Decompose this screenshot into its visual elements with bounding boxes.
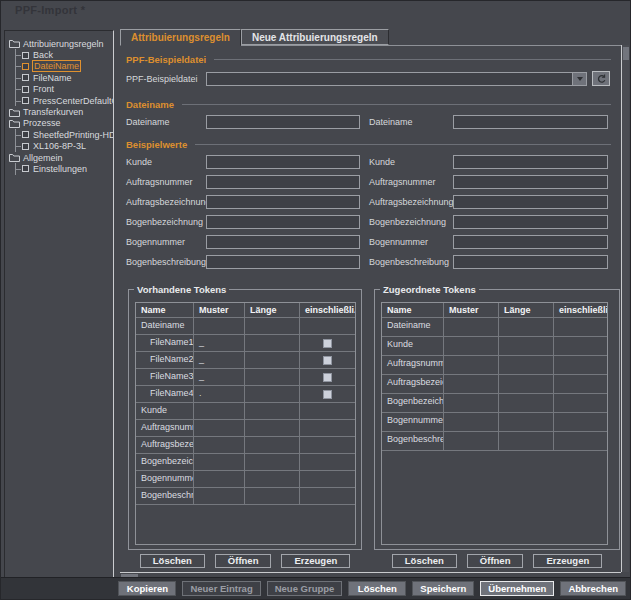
- tree-item-label: Attribuierungsregeln: [23, 39, 104, 49]
- table-row[interactable]: Kunde: [136, 403, 355, 420]
- tree-item-label: XL106-8P-3L: [33, 141, 86, 151]
- table-row[interactable]: Bogenbezeichnung: [136, 454, 355, 471]
- cell-muster: [444, 394, 499, 413]
- tree-item-checkbox[interactable]: [22, 52, 29, 59]
- dateiname-input-right[interactable]: [453, 115, 608, 129]
- tree-item-checkbox[interactable]: [22, 131, 29, 138]
- vertical-scrollbar[interactable]: [621, 45, 629, 572]
- tree-item-transferkurven[interactable]: Transferkurven: [8, 106, 113, 117]
- table-row[interactable]: FileName2_: [136, 352, 355, 369]
- navigation-tree[interactable]: AttribuierungsregelnBackDateiNameFileNam…: [4, 30, 114, 578]
- checkbox[interactable]: [323, 390, 332, 399]
- auftragsnummer-input-right[interactable]: [453, 175, 608, 189]
- column-header-einschliesslich[interactable]: einschließli...: [554, 303, 607, 318]
- table-row[interactable]: Auftragsbezeichnung: [382, 375, 607, 394]
- checkbox[interactable]: [323, 339, 332, 348]
- column-header-muster[interactable]: Muster: [444, 303, 499, 318]
- refresh-button[interactable]: [592, 71, 610, 86]
- tree-item-checkbox[interactable]: [22, 63, 29, 70]
- table-row[interactable]: Bogenbeschreibung: [382, 432, 607, 451]
- tab-neue-attribuierungsregeln[interactable]: Neue Attribuierungsregeln: [241, 29, 389, 45]
- tree-item-checkbox[interactable]: [22, 86, 29, 93]
- tree-item-dateiname[interactable]: DateiName: [8, 61, 113, 72]
- tree-item-checkbox[interactable]: [22, 97, 29, 104]
- erzeugen-button[interactable]: Erzeugen: [281, 554, 350, 568]
- tree-item-sheetfedprinting-hd001[interactable]: SheetfedPrinting-HD001: [8, 129, 113, 140]
- tree-item-checkbox[interactable]: [22, 165, 29, 172]
- tab-attribuierungsregeln[interactable]: Attribuierungsregeln: [120, 29, 241, 46]
- cell-einschliesslich[interactable]: [300, 335, 355, 352]
- table-row[interactable]: Kunde: [382, 337, 607, 356]
- chevron-down-icon[interactable]: [572, 73, 586, 85]
- table-row[interactable]: Dateiname: [136, 318, 355, 335]
- table-row[interactable]: Dateiname: [382, 318, 607, 337]
- column-header-name[interactable]: Name: [382, 303, 444, 318]
- kunde-input-left[interactable]: [206, 155, 360, 169]
- auftragsbezeichnung-input-right[interactable]: [453, 195, 608, 209]
- vertical-scrollbar-thumb[interactable]: [623, 47, 629, 60]
- table-row[interactable]: FileName3_: [136, 369, 355, 386]
- bogenbeschreibung-row: Bogenbeschreibung Bogenbeschreibung: [126, 255, 609, 270]
- auftragsbezeichnung-input-left[interactable]: [206, 195, 360, 209]
- tree-item-checkbox[interactable]: [22, 74, 29, 81]
- ppf-beispieldatei-combobox[interactable]: [206, 72, 587, 86]
- dateiname-input-left[interactable]: [206, 115, 360, 129]
- vorhandene-tokens-table[interactable]: Name Muster Länge einschließli... Datein…: [135, 302, 356, 545]
- bogenbezeichnung-input-right[interactable]: [453, 215, 608, 229]
- zugeordnete-tokens-group: Zugeordnete Tokens Name Muster Länge ein…: [374, 289, 620, 550]
- table-row[interactable]: Auftragsbezeichnung: [136, 437, 355, 454]
- tree-item-filename[interactable]: FileName: [8, 72, 113, 83]
- table-row[interactable]: Bogennummer: [136, 471, 355, 488]
- kopieren-button[interactable]: Kopieren: [118, 581, 176, 596]
- neuer-eintrag-button[interactable]: Neuer Eintrag: [182, 581, 260, 596]
- tree-item-einstellungen[interactable]: Einstellungen: [8, 163, 113, 174]
- loeschen-button[interactable]: Löschen: [348, 581, 406, 596]
- bogenbeschreibung-label-left: Bogenbeschreibung: [126, 257, 206, 267]
- erzeugen-button[interactable]: Erzeugen: [533, 554, 602, 568]
- bogenbeschreibung-input-right[interactable]: [453, 255, 608, 269]
- kunde-input-right[interactable]: [453, 155, 608, 169]
- cell-einschliesslich[interactable]: [300, 352, 355, 369]
- tree-item-checkbox[interactable]: [22, 143, 29, 150]
- tree-item-back[interactable]: Back: [8, 49, 113, 60]
- oeffnen-button[interactable]: Öffnen: [215, 554, 272, 568]
- table-row[interactable]: Auftragsnummer: [382, 356, 607, 375]
- loeschen-button[interactable]: Löschen: [392, 554, 457, 568]
- table-row[interactable]: Bogennummer: [382, 413, 607, 432]
- column-header-muster[interactable]: Muster: [194, 303, 245, 318]
- auftragsnummer-input-left[interactable]: [206, 175, 360, 189]
- tree-item-xl106-8p-3l[interactable]: XL106-8P-3L: [8, 141, 113, 152]
- bogennummer-input-right[interactable]: [453, 235, 608, 249]
- tree-item-front[interactable]: Front: [8, 84, 113, 95]
- neue-gruppe-button[interactable]: Neue Gruppe: [267, 581, 343, 596]
- table-row[interactable]: FileName4.: [136, 386, 355, 403]
- bogenbezeichnung-input-left[interactable]: [206, 215, 360, 229]
- uebernehmen-button[interactable]: Übernehmen: [480, 581, 554, 596]
- tree-item-allgemein[interactable]: Allgemein: [8, 152, 113, 163]
- cell-einschliesslich[interactable]: [300, 369, 355, 386]
- tree-item-presscenterdefaultoutput[interactable]: PressCenterDefaultOutput: [8, 95, 113, 106]
- table-row[interactable]: Auftragsnummer: [136, 420, 355, 437]
- tree-item-prozesse[interactable]: Prozesse: [8, 118, 113, 129]
- loeschen-button[interactable]: Löschen: [140, 554, 205, 568]
- cell-einschliesslich[interactable]: [300, 386, 355, 403]
- column-header-laenge[interactable]: Länge: [245, 303, 300, 318]
- column-header-einschliesslich[interactable]: einschließli...: [300, 303, 355, 318]
- bogennummer-input-left[interactable]: [206, 235, 360, 249]
- column-header-laenge[interactable]: Länge: [499, 303, 554, 318]
- speichern-button[interactable]: Speichern: [412, 581, 474, 596]
- column-header-name[interactable]: Name: [136, 303, 194, 318]
- zugeordnete-tokens-table[interactable]: Name Muster Länge einschließli... Datein…: [381, 302, 608, 545]
- cell-einschliesslich: [300, 437, 355, 454]
- abbrechen-button[interactable]: Abbrechen: [560, 581, 626, 596]
- bogenbeschreibung-input-left[interactable]: [206, 255, 360, 269]
- table-row[interactable]: FileName1_: [136, 335, 355, 352]
- cell-name: Auftragsbezeichnung: [136, 437, 194, 454]
- oeffnen-button[interactable]: Öffnen: [467, 554, 524, 568]
- cell-laenge: [499, 318, 554, 337]
- checkbox[interactable]: [323, 373, 332, 382]
- checkbox[interactable]: [323, 356, 332, 365]
- table-row[interactable]: Bogenbezeichnung: [382, 394, 607, 413]
- table-row[interactable]: Bogenbeschreibung: [136, 488, 355, 505]
- tree-item-attribuierungsregeln[interactable]: Attribuierungsregeln: [8, 38, 113, 49]
